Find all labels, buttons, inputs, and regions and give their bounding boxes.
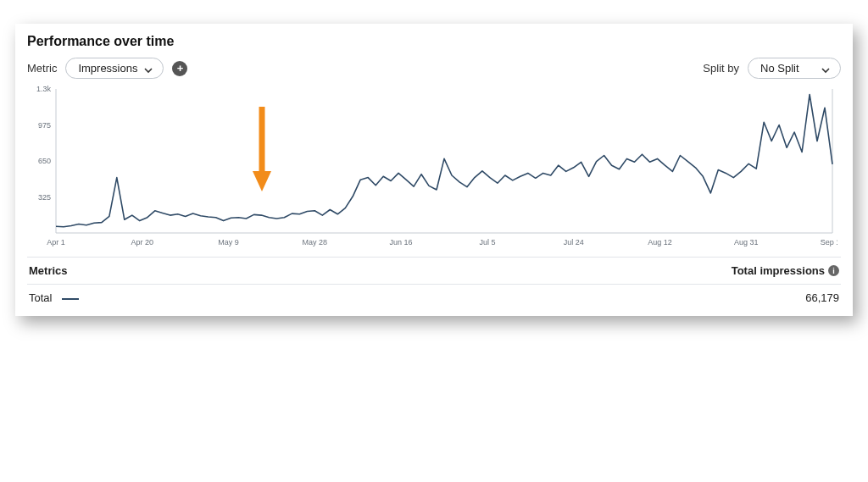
- metric-select[interactable]: Impressions: [65, 58, 164, 79]
- total-impressions-heading: Total impressions i: [732, 264, 839, 277]
- svg-text:Apr 20: Apr 20: [131, 238, 154, 247]
- split-label: Split by: [703, 62, 739, 75]
- metrics-heading: Metrics: [29, 264, 68, 277]
- total-row-label: Total: [29, 291, 79, 304]
- info-icon[interactable]: i: [828, 265, 839, 276]
- card-title: Performance over time: [27, 34, 841, 49]
- controls-row: Metric Impressions + Split by No Split: [27, 58, 841, 79]
- svg-text:May 28: May 28: [303, 238, 328, 247]
- svg-text:May 9: May 9: [218, 238, 239, 247]
- line-chart: 1.3k975650325Apr 1Apr 20May 9May 28Jun 1…: [27, 84, 837, 253]
- metric-label: Metric: [27, 62, 57, 75]
- svg-text:650: 650: [38, 157, 51, 165]
- total-row: Total 66,179: [27, 285, 841, 313]
- add-metric-button[interactable]: +: [172, 61, 187, 76]
- controls-left: Metric Impressions +: [27, 58, 187, 79]
- metric-select-value: Impressions: [78, 62, 137, 75]
- chart-area: 1.3k975650325Apr 1Apr 20May 9May 28Jun 1…: [27, 84, 837, 253]
- svg-text:975: 975: [38, 121, 51, 130]
- svg-text:Apr 1: Apr 1: [47, 238, 65, 247]
- svg-text:Jul 5: Jul 5: [479, 238, 495, 247]
- svg-text:Aug 31: Aug 31: [734, 238, 759, 247]
- controls-right: Split by No Split: [703, 58, 841, 79]
- split-select[interactable]: No Split: [748, 58, 841, 79]
- total-value: 66,179: [805, 291, 839, 304]
- svg-text:Jun 16: Jun 16: [390, 238, 413, 247]
- legend-line-icon: [62, 298, 79, 300]
- svg-text:Sep 19: Sep 19: [821, 238, 837, 247]
- svg-text:Jul 24: Jul 24: [564, 238, 584, 247]
- svg-text:1.3k: 1.3k: [36, 85, 52, 93]
- chevron-down-icon: [821, 64, 830, 73]
- svg-text:325: 325: [38, 193, 51, 202]
- split-select-value: No Split: [760, 62, 799, 75]
- chevron-down-icon: [144, 64, 153, 73]
- footer-header-row: Metrics Total impressions i: [27, 257, 841, 285]
- analytics-card: Performance over time Metric Impressions…: [15, 24, 853, 316]
- svg-text:Aug 12: Aug 12: [648, 238, 672, 247]
